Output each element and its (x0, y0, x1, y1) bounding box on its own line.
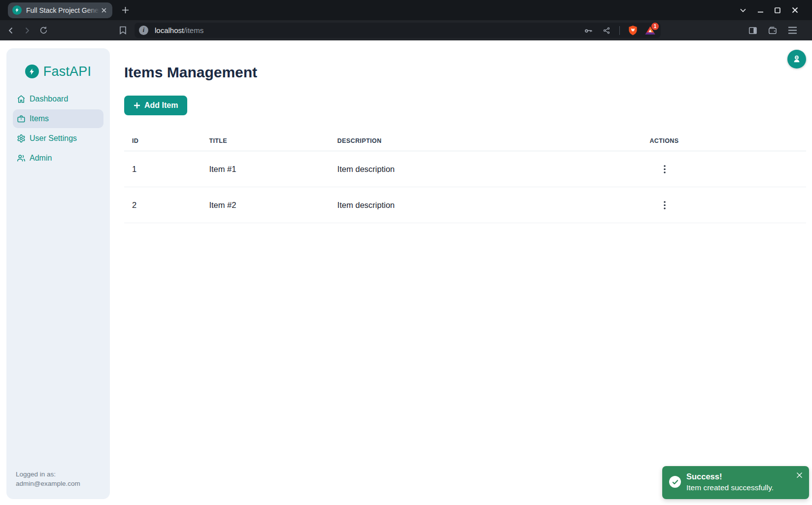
sidebar-item-items[interactable]: Items (13, 109, 103, 128)
items-table: ID TITLE DESCRIPTION ACTIONS 1 Item #1 I… (124, 131, 806, 223)
cell-description: Item description (330, 165, 642, 174)
plus-icon (134, 102, 140, 109)
site-info-icon[interactable]: i (139, 26, 148, 35)
page-title: Items Management (124, 63, 806, 82)
browser-tab[interactable]: Full Stack Project Genera (8, 2, 112, 18)
main-area: Items Management Add Item ID TITLE DESCR… (110, 40, 812, 505)
user-avatar-button[interactable] (787, 50, 806, 68)
back-button[interactable] (4, 24, 18, 37)
toast-close-icon[interactable] (795, 471, 803, 479)
browser-toolbar: i localhost/items (0, 20, 812, 40)
cell-id: 2 (124, 201, 201, 210)
cell-title: Item #1 (201, 165, 329, 174)
rewards-notification-badge: 1 (651, 23, 659, 30)
maximize-button[interactable] (773, 6, 782, 15)
brave-shield-icon[interactable] (626, 24, 640, 37)
tab-title: Full Stack Project Genera (26, 6, 100, 14)
wallet-icon[interactable] (766, 24, 779, 37)
close-window-button[interactable] (790, 6, 799, 15)
sidebar: FastAPI Dashboard Items (6, 48, 110, 499)
cell-description: Item description (330, 201, 642, 210)
sidebar-panel-icon[interactable] (746, 24, 760, 37)
brave-rewards-icon[interactable]: 1 (644, 25, 656, 36)
logged-in-info: Logged in as: admin@example.com (6, 470, 110, 499)
toast-message: Item created successfully. (686, 482, 803, 494)
sidebar-item-admin[interactable]: Admin (13, 149, 103, 168)
logo-text: FastAPI (43, 64, 91, 79)
page-content: FastAPI Dashboard Items (0, 40, 812, 505)
cell-title: Item #2 (201, 201, 329, 210)
table-row: 2 Item #2 Item description (124, 187, 806, 223)
tab-search-chevron-icon[interactable] (739, 6, 747, 15)
success-toast: Success! Item created successfully. (662, 466, 809, 499)
briefcase-icon (17, 114, 26, 123)
row-actions-kebab-icon[interactable] (658, 198, 672, 212)
forward-button[interactable] (20, 24, 34, 37)
menu-hamburger-icon[interactable] (785, 24, 799, 37)
url-bar[interactable]: i localhost/items (135, 23, 661, 38)
fastapi-bolt-icon (25, 65, 39, 78)
fastapi-logo: FastAPI (6, 63, 110, 80)
add-item-button[interactable]: Add Item (124, 96, 187, 115)
window-controls (739, 6, 812, 15)
gear-icon (17, 134, 26, 143)
check-circle-icon (669, 476, 681, 488)
minimize-button[interactable] (756, 6, 765, 15)
col-header-actions: ACTIONS (642, 137, 806, 144)
sidebar-nav: Dashboard Items User Settings (6, 90, 110, 168)
col-header-id: ID (124, 137, 201, 144)
new-tab-button[interactable] (119, 4, 132, 17)
users-icon (17, 154, 26, 163)
home-icon (17, 95, 26, 103)
url-text: localhost/items (155, 26, 203, 34)
logged-in-label: Logged in as: (16, 470, 101, 479)
tab-bar: Full Stack Project Genera (0, 0, 812, 20)
col-header-title: TITLE (201, 137, 329, 144)
reload-button[interactable] (36, 24, 50, 37)
user-avatar-icon (792, 54, 802, 64)
row-actions-kebab-icon[interactable] (658, 162, 672, 176)
table-row: 1 Item #1 Item description (124, 151, 806, 187)
fastapi-favicon-icon (12, 5, 22, 15)
password-key-icon[interactable] (581, 24, 595, 37)
browser-window: Full Stack Project Genera (0, 0, 812, 505)
toast-title: Success! (686, 471, 803, 482)
cell-id: 1 (124, 165, 201, 174)
sidebar-item-user-settings[interactable]: User Settings (13, 129, 103, 148)
sidebar-item-dashboard[interactable]: Dashboard (13, 90, 103, 108)
bookmark-icon[interactable] (116, 24, 130, 37)
tab-close-icon[interactable] (100, 6, 108, 15)
share-icon[interactable] (600, 24, 613, 37)
toolbar-divider (619, 26, 620, 35)
logged-in-email: admin@example.com (16, 479, 101, 488)
table-header-row: ID TITLE DESCRIPTION ACTIONS (124, 131, 806, 151)
col-header-description: DESCRIPTION (330, 137, 642, 144)
